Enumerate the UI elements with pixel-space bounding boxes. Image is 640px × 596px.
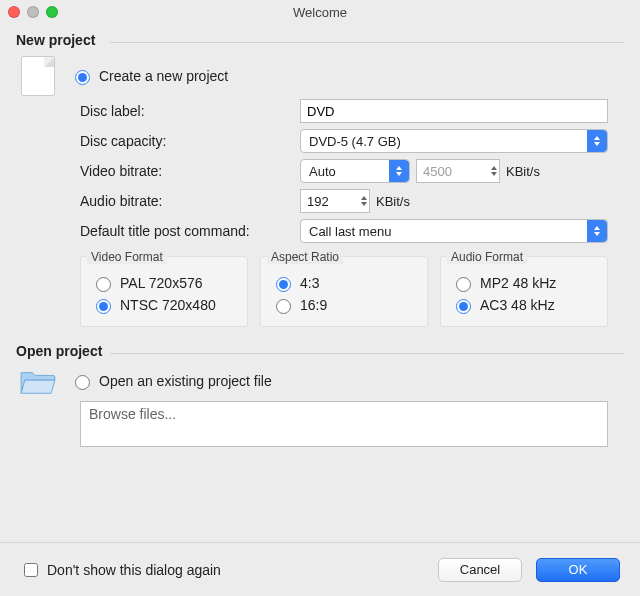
footer: Don't show this dialog again Cancel OK [0, 542, 640, 596]
folder-open-icon [19, 367, 57, 395]
audio-format-group: Audio Format MP2 48 kHz AC3 48 kHz [440, 256, 608, 327]
open-project-radio[interactable]: Open an existing project file [70, 372, 272, 390]
cancel-button[interactable]: Cancel [438, 558, 522, 582]
chevron-updown-icon [587, 220, 607, 242]
chevron-updown-icon [587, 130, 607, 152]
titlebar: Welcome [0, 0, 640, 24]
video-format-title: Video Format [87, 250, 167, 264]
post-command-label: Default title post command: [80, 223, 300, 239]
aspect-ratio-group: Aspect Ratio 4:3 16:9 [260, 256, 428, 327]
browse-files-placeholder: Browse files... [89, 406, 176, 422]
create-project-radio-input[interactable] [75, 70, 90, 85]
video-bitrate-mode-value: Auto [309, 164, 336, 179]
audio-format-mp2[interactable]: MP2 48 kHz [451, 272, 597, 294]
chevron-updown-icon [389, 160, 409, 182]
post-command-value: Call last menu [309, 224, 391, 239]
create-project-label: Create a new project [99, 68, 228, 84]
section-new-project: New project [0, 24, 640, 50]
audio-format-title: Audio Format [447, 250, 527, 264]
video-bitrate-stepper: 4500 [416, 159, 500, 183]
window-title: Welcome [0, 5, 640, 20]
new-file-icon [21, 56, 55, 96]
open-project-label: Open an existing project file [99, 373, 272, 389]
audio-bitrate-unit: KBit/s [376, 194, 410, 209]
dont-show-label: Don't show this dialog again [47, 562, 221, 578]
video-format-ntsc[interactable]: NTSC 720x480 [91, 294, 237, 316]
disc-capacity-value: DVD-5 (4.7 GB) [309, 134, 401, 149]
audio-bitrate-label: Audio bitrate: [80, 193, 300, 209]
audio-bitrate-value: 192 [307, 194, 329, 209]
section-new-project-label: New project [16, 32, 95, 48]
video-bitrate-value: 4500 [423, 164, 452, 179]
disc-capacity-label: Disc capacity: [80, 133, 300, 149]
ok-button[interactable]: OK [536, 558, 620, 582]
disc-label-input[interactable] [300, 99, 608, 123]
disc-capacity-select[interactable]: DVD-5 (4.7 GB) [300, 129, 608, 153]
aspect-ratio-title: Aspect Ratio [267, 250, 343, 264]
post-command-select[interactable]: Call last menu [300, 219, 608, 243]
video-bitrate-unit: KBit/s [506, 164, 540, 179]
browse-files-box[interactable]: Browse files... [80, 401, 608, 447]
video-format-pal[interactable]: PAL 720x576 [91, 272, 237, 294]
video-bitrate-label: Video bitrate: [80, 163, 300, 179]
audio-format-ac3[interactable]: AC3 48 kHz [451, 294, 597, 316]
video-bitrate-mode-select[interactable]: Auto [300, 159, 410, 183]
section-open-project: Open project [0, 335, 640, 361]
section-open-project-label: Open project [16, 343, 102, 359]
aspect-ratio-169[interactable]: 16:9 [271, 294, 417, 316]
aspect-ratio-43[interactable]: 4:3 [271, 272, 417, 294]
disc-label-label: Disc label: [80, 103, 300, 119]
open-project-radio-input[interactable] [75, 375, 90, 390]
create-project-radio[interactable]: Create a new project [70, 67, 228, 85]
audio-bitrate-stepper[interactable]: 192 [300, 189, 370, 213]
video-format-group: Video Format PAL 720x576 NTSC 720x480 [80, 256, 248, 327]
dont-show-checkbox[interactable]: Don't show this dialog again [20, 560, 221, 580]
